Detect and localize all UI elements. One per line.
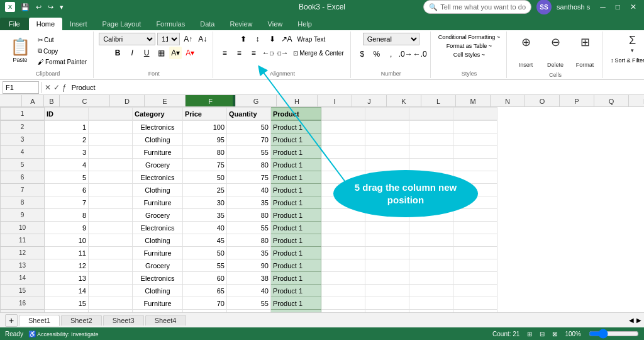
scroll-left-btn[interactable]: ◀ xyxy=(629,317,634,324)
view-page-break-btn[interactable]: ⊠ xyxy=(552,331,557,337)
col-header-N[interactable]: N xyxy=(491,95,525,106)
currency-btn[interactable]: $ xyxy=(356,48,369,60)
view-layout-btn[interactable]: ⊟ xyxy=(540,331,545,337)
zoom-slider[interactable] xyxy=(589,330,639,337)
sheet-tab-sheet3[interactable]: Sheet3 xyxy=(103,315,144,326)
tab-formulas[interactable]: Formulas xyxy=(148,18,192,30)
col-resize-handle[interactable] xyxy=(233,95,235,106)
col-header-A[interactable]: A xyxy=(22,95,44,106)
sort-filter-btn[interactable]: ↕ Sort & Filter ~ xyxy=(608,56,644,65)
cancel-formula-btn[interactable]: ✕ xyxy=(45,83,51,92)
tab-data[interactable]: Data xyxy=(192,18,222,30)
formula-input[interactable] xyxy=(69,84,641,91)
product-cell[interactable]: Product 1 xyxy=(271,247,321,259)
close-btn[interactable]: ✕ xyxy=(628,3,639,11)
col-header-E[interactable]: E xyxy=(145,95,186,106)
undo-btn[interactable]: ↩ xyxy=(34,3,43,12)
sheet-tab-sheet1[interactable]: Sheet1 xyxy=(19,315,60,326)
col-header-D[interactable]: D xyxy=(110,95,145,106)
copy-button[interactable]: ⧉ Copy xyxy=(35,46,89,56)
tab-home[interactable]: Home xyxy=(29,18,62,30)
rotate-text-btn[interactable]: ↗A xyxy=(280,33,293,45)
align-bottom-btn[interactable]: ⬇ xyxy=(266,33,279,45)
product-cell[interactable]: Product 1 xyxy=(271,184,321,196)
col-header-R[interactable]: R xyxy=(629,95,644,106)
col-header-H[interactable]: H xyxy=(277,95,318,106)
product-cell[interactable]: Product 1 xyxy=(271,272,321,285)
merge-center-btn[interactable]: ⊡ Merge & Center xyxy=(291,48,347,58)
minimize-btn[interactable]: ─ xyxy=(597,3,608,11)
cut-button[interactable]: ✂ Cut xyxy=(35,35,89,45)
decrease-indent-btn[interactable]: ←⟥ xyxy=(262,47,274,59)
align-left-btn[interactable]: ≡ xyxy=(218,47,231,59)
tab-help[interactable]: Help xyxy=(290,18,319,30)
italic-btn[interactable]: I xyxy=(126,47,138,59)
insert-function-btn[interactable]: ƒ xyxy=(62,83,67,92)
paste-button[interactable]: 📋 Paste xyxy=(6,33,34,67)
name-box[interactable] xyxy=(3,81,39,94)
col-header-M[interactable]: M xyxy=(456,95,491,106)
increase-font-btn[interactable]: A↑ xyxy=(182,33,194,45)
col-header-J[interactable]: J xyxy=(352,95,387,106)
format-as-table-btn[interactable]: Format as Table ~ xyxy=(444,42,494,50)
tab-insert[interactable]: Insert xyxy=(62,18,95,30)
view-normal-btn[interactable]: ⊞ xyxy=(527,331,532,337)
add-sheet-btn[interactable]: + xyxy=(5,314,18,327)
align-center-btn[interactable]: ≡ xyxy=(233,47,245,59)
col-header-C[interactable]: C xyxy=(60,95,110,106)
product-cell[interactable]: Product 1 xyxy=(271,259,321,272)
format-painter-button[interactable]: 🖌 Format Painter xyxy=(35,57,89,67)
cell-styles-btn[interactable]: Cell Styles ~ xyxy=(451,50,487,59)
product-cell[interactable]: Product 1 xyxy=(271,146,321,159)
product-cell[interactable]: Product 1 xyxy=(271,297,321,310)
tell-me-box[interactable]: 🔍 Tell me what you want to do xyxy=(423,0,531,14)
fill-color-btn[interactable]: A▾ xyxy=(169,47,182,59)
col-header-G[interactable]: G xyxy=(236,95,277,106)
number-format-select[interactable]: General xyxy=(363,33,419,45)
col-header-Q[interactable]: Q xyxy=(594,95,629,106)
bold-btn[interactable]: B xyxy=(111,47,124,59)
tab-file[interactable]: File xyxy=(0,18,29,30)
sheet-tab-sheet4[interactable]: Sheet4 xyxy=(145,315,186,326)
increase-indent-btn[interactable]: ⟤→ xyxy=(276,47,289,59)
col-header-L[interactable]: L xyxy=(421,95,456,106)
save-btn[interactable]: 💾 xyxy=(19,3,31,12)
col-header-P[interactable]: P xyxy=(560,95,594,106)
font-color-btn[interactable]: A▾ xyxy=(184,47,196,59)
col-header-I[interactable]: I xyxy=(318,95,352,106)
product-cell[interactable]: Product 1 xyxy=(271,133,321,146)
increase-decimal-btn[interactable]: .0→ xyxy=(399,48,412,60)
comma-btn[interactable]: , xyxy=(385,48,397,60)
tab-view[interactable]: View xyxy=(260,18,291,30)
product-cell[interactable]: Product 1 xyxy=(271,121,321,133)
restore-btn[interactable]: □ xyxy=(613,3,623,11)
product-cell[interactable]: Product 1 xyxy=(271,171,321,184)
product-cell[interactable]: Product 1 xyxy=(271,159,321,171)
wrap-text-btn[interactable]: Wrap Text xyxy=(295,35,328,44)
col-header-K[interactable]: K xyxy=(387,95,421,106)
align-right-btn[interactable]: ≡ xyxy=(247,47,260,59)
insert-button[interactable]: ⊕ Insert xyxy=(512,33,540,71)
product-cell[interactable]: Product 1 xyxy=(271,209,321,222)
conditional-formatting-btn[interactable]: Conditional Formatting ~ xyxy=(436,33,502,42)
customize-btn[interactable]: ▾ xyxy=(58,3,65,12)
product-cell[interactable]: Product 1 xyxy=(271,196,321,209)
align-top-btn[interactable]: ⬆ xyxy=(237,33,250,45)
product-cell[interactable]: Product 1 xyxy=(271,285,321,297)
user-avatar[interactable]: SS xyxy=(536,0,552,14)
product-cell[interactable]: Product 1 xyxy=(271,234,321,247)
align-middle-btn[interactable]: ↕ xyxy=(252,33,264,45)
font-size-select[interactable]: 11 xyxy=(157,33,180,45)
tab-review[interactable]: Review xyxy=(222,18,260,30)
decrease-font-btn[interactable]: A↓ xyxy=(196,33,209,45)
confirm-formula-btn[interactable]: ✓ xyxy=(53,83,60,92)
border-btn[interactable]: ▦ xyxy=(155,47,167,59)
tab-page-layout[interactable]: Page Layout xyxy=(95,18,149,30)
product-cell[interactable]: Product 1 xyxy=(271,310,321,313)
scroll-right-btn[interactable]: ▶ xyxy=(636,317,641,324)
delete-button[interactable]: ⊖ Delete xyxy=(541,33,569,71)
col-header-O[interactable]: O xyxy=(525,95,560,106)
format-button[interactable]: ⊞ Format xyxy=(571,33,599,71)
grid-scroll-area[interactable]: 1 ID Category Price Quantity Product 2 xyxy=(0,107,644,312)
sheet-tab-sheet2[interactable]: Sheet2 xyxy=(61,315,102,326)
